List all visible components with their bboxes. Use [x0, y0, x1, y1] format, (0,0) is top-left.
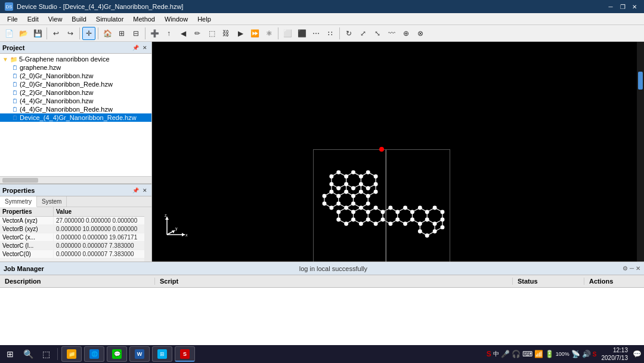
tray-wifi-icon[interactable]: 📡 [571, 350, 580, 358]
menu-simulator[interactable]: Simulator [91, 14, 128, 24]
toolbar-undo[interactable]: ↩ [49, 27, 63, 40]
word-icon: W [135, 349, 144, 359]
toolbar-play[interactable]: ▶ [234, 27, 247, 40]
toolbar-pen[interactable]: ✏ [191, 27, 204, 40]
taskbar-app-wechat[interactable]: 💬 [107, 346, 127, 362]
toolbar-save[interactable]: 💾 [31, 27, 44, 40]
tray-keyboard-icon[interactable]: ⌨ [522, 350, 532, 358]
svg-point-92 [374, 182, 378, 186]
close-button[interactable]: ✕ [630, 2, 639, 11]
tray-battery-icon[interactable]: 🔋 [545, 350, 554, 358]
tree-item-0[interactable]: 🗒 graphene.hzw [0, 63, 151, 72]
tree-item-1[interactable]: 🗒 (2_0)Gr_Nanoribbon.hzw [0, 72, 151, 80]
tree-item-5[interactable]: 🗒 (4_4)Gr_Nanoribbon_Rede.hzw [0, 105, 151, 113]
tree-item-2[interactable]: 🗒 (2_0)Gr_Nanoribbon_Rede.hzw [0, 80, 151, 88]
menu-build[interactable]: Build [67, 14, 91, 24]
toolbar-arrow-left[interactable]: ◀ [177, 27, 190, 40]
tree-item-3[interactable]: 🗒 (2_2)Gr_Nanoribbon.hzw [0, 88, 151, 97]
job-manager-title: Job Manager [4, 265, 44, 272]
taskbar-app-browser[interactable]: 🌐 [84, 346, 104, 362]
tree-item-6[interactable]: 🗒 Device_(4_4)Gr_Nanoribbon_Rede.hzw [0, 113, 151, 122]
menu-edit[interactable]: Edit [23, 14, 44, 24]
properties-content: Properties Value VectorA (xyz) 27.000000… [0, 207, 151, 262]
toolbar-bond[interactable]: 〰 [385, 27, 398, 40]
jm-ctrl-minimize[interactable]: ─ [630, 265, 634, 272]
taskbar-app-word[interactable]: W [129, 346, 150, 362]
toolbar-misc[interactable]: ⊗ [414, 27, 427, 40]
menu-help[interactable]: Help [193, 14, 216, 24]
toolbar-pointer[interactable]: ✛ [82, 27, 95, 40]
menu-file[interactable]: File [2, 14, 23, 24]
tray-volume-icon[interactable]: 🔊 [582, 350, 591, 358]
tree-root[interactable]: ▼ 📁 5-Graphene nanoribbon device [0, 55, 151, 63]
taskbar-app-windows[interactable]: ⊞ [152, 346, 172, 362]
svg-point-85 [329, 182, 333, 186]
menu-view[interactable]: View [44, 14, 67, 24]
svg-point-90 [366, 170, 370, 174]
jm-ctrl-close[interactable]: ✕ [636, 265, 640, 272]
menu-window[interactable]: Window [160, 14, 193, 24]
toolbar-fast-forward[interactable]: ⏩ [248, 27, 261, 40]
toolbar-select[interactable]: ⬚ [205, 27, 218, 40]
toolbar-dots2[interactable]: ∷ [324, 27, 337, 40]
svg-point-84 [336, 186, 340, 190]
left-panel: Project 📌 ✕ ▼ 📁 5-Graphene nanoribbon de… [0, 42, 152, 262]
coordinate-axes: x z y [164, 214, 188, 238]
toolbar-grid-1[interactable]: ⊞ [115, 27, 128, 40]
toolbar-chain[interactable]: ⛓ [219, 27, 233, 40]
toolbar-sep-5 [278, 27, 278, 39]
jm-ctrl-settings[interactable]: ⚙ [623, 265, 628, 272]
properties-close[interactable]: ✕ [141, 186, 149, 195]
canvas-scrollbar[interactable] [637, 42, 644, 262]
scroll-thumb[interactable] [638, 72, 643, 90]
divider-line-1 [386, 150, 386, 262]
toolbar-frame2[interactable]: ⬛ [295, 27, 308, 40]
tray-network-icon[interactable]: 📶 [534, 350, 543, 358]
toolbar-open[interactable]: 📂 [17, 27, 30, 40]
toolbar-shrink[interactable]: ⤡ [371, 27, 384, 40]
toolbar-grid-2[interactable]: ⊟ [129, 27, 143, 40]
tray-mic-icon[interactable]: 🎤 [501, 350, 510, 358]
toolbar-dots1[interactable]: ⋯ [309, 27, 323, 40]
svg-point-114 [359, 222, 363, 226]
toolbar-molecules[interactable]: ⚛ [262, 27, 275, 40]
project-pin[interactable]: 📌 [131, 44, 140, 52]
project-close[interactable]: ✕ [141, 44, 149, 52]
project-tree[interactable]: ▼ 📁 5-Graphene nanoribbon device 🗒 graph… [0, 54, 151, 176]
toolbar-redo[interactable]: ↪ [64, 27, 77, 40]
clock[interactable]: 12:13 2020/7/13 [599, 346, 631, 362]
svg-point-128 [410, 217, 414, 222]
toolbar-expand[interactable]: ⤢ [357, 27, 370, 40]
properties-scrollbar[interactable] [144, 207, 151, 262]
menu-method[interactable]: Method [128, 14, 160, 24]
start-button[interactable]: ⊞ [2, 346, 18, 362]
tray-headphone-icon[interactable]: 🎧 [512, 350, 521, 358]
clock-time: 12:13 [602, 346, 628, 354]
canvas-area[interactable]: x z y [152, 42, 644, 262]
toolbar-frame1[interactable]: ⬜ [281, 27, 294, 40]
taskview-button[interactable]: ⬚ [38, 346, 54, 362]
tree-item-4[interactable]: 🗒 (4_4)Gr_Nanoribbon.hzw [0, 97, 151, 105]
tab-system[interactable]: System [37, 196, 67, 207]
toolbar-rotate[interactable]: ↻ [342, 27, 355, 40]
toolbar-add[interactable]: ➕ [148, 27, 161, 40]
restore-button[interactable]: ❐ [618, 2, 627, 11]
taskbar-app-file-explorer[interactable]: 📁 [61, 346, 82, 362]
minimize-button[interactable]: ─ [606, 2, 615, 11]
clock-date: 2020/7/13 [602, 354, 628, 362]
taskbar-app-device-studio[interactable]: S [175, 346, 195, 362]
toolbar-axis[interactable]: ⊕ [400, 27, 413, 40]
search-button[interactable]: 🔍 [20, 346, 36, 362]
toolbar-home[interactable]: 🏠 [101, 27, 114, 40]
tray-s2-icon: S [593, 351, 597, 358]
notifications-icon[interactable]: 💬 [633, 350, 642, 358]
toolbar-new[interactable]: 📄 [2, 27, 16, 40]
properties-pin[interactable]: 📌 [131, 186, 140, 195]
svg-point-121 [381, 217, 385, 222]
svg-point-133 [418, 229, 422, 233]
toolbar-arrow-up[interactable]: ↑ [162, 27, 175, 40]
tab-symmetry[interactable]: Symmetry [0, 196, 37, 207]
svg-point-127 [410, 210, 414, 214]
svg-point-83 [344, 182, 348, 186]
svg-text:y: y [175, 226, 178, 231]
